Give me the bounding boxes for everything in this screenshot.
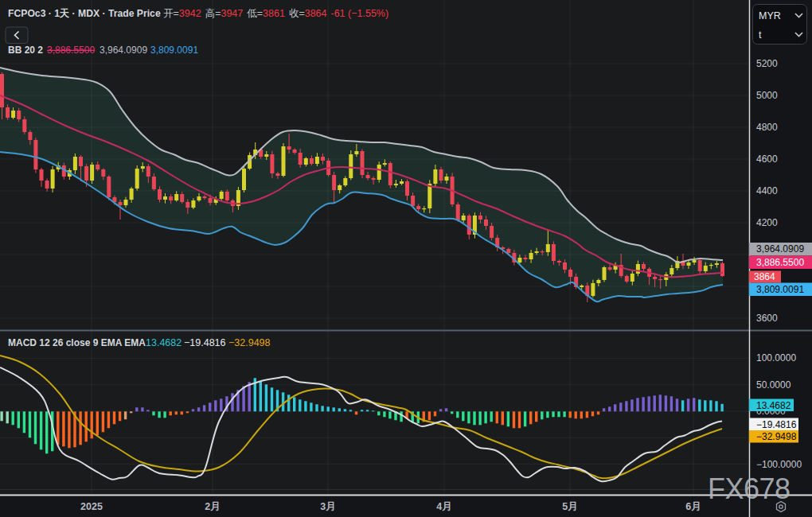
svg-text:−19.4816: −19.4816	[184, 337, 226, 348]
svg-text:4400: 4400	[756, 185, 778, 196]
svg-text:t: t	[759, 29, 762, 41]
svg-text:3,886.5500: 3,886.5500	[756, 257, 804, 268]
svg-text:50.0000: 50.0000	[756, 379, 791, 391]
svg-text:3月: 3月	[320, 501, 335, 512]
svg-text:MYR: MYR	[759, 10, 781, 21]
svg-text:4月: 4月	[436, 501, 451, 512]
svg-text:3600: 3600	[756, 313, 778, 324]
svg-text:3,964.0909: 3,964.0909	[756, 243, 804, 255]
svg-text:13.4682: 13.4682	[756, 400, 791, 411]
svg-text:100.0000: 100.0000	[756, 352, 796, 363]
svg-text:3,886.5500: 3,886.5500	[47, 45, 95, 56]
svg-text:3,809.0091: 3,809.0091	[150, 45, 198, 56]
svg-text:3,964.0909: 3,964.0909	[100, 45, 147, 56]
svg-text:MACD 12 26 close 9 EMA EMA: MACD 12 26 close 9 EMA EMA	[8, 337, 146, 348]
svg-text:−32.9498: −32.9498	[228, 337, 271, 348]
svg-text:BB 20 2: BB 20 2	[8, 45, 43, 56]
svg-text:2025: 2025	[80, 501, 103, 512]
svg-text:4800: 4800	[756, 122, 778, 133]
svg-text:5月: 5月	[562, 501, 577, 512]
svg-text:−32.9498: −32.9498	[756, 431, 797, 442]
svg-text:2月: 2月	[205, 501, 220, 512]
svg-text:4600: 4600	[756, 154, 778, 165]
svg-text:开=3942高=3947低=3861收=3864-61 (−: 开=3942高=3947低=3861收=3864-61 (−1.55%)	[163, 8, 388, 19]
svg-text:3,809.0091: 3,809.0091	[756, 284, 804, 295]
svg-text:FX678: FX678	[708, 472, 791, 505]
svg-text:−100.0000: −100.0000	[756, 459, 802, 470]
svg-text:−19.4816: −19.4816	[756, 419, 797, 430]
svg-text:4200: 4200	[756, 217, 778, 228]
svg-text:5000: 5000	[756, 90, 778, 101]
svg-text:3864: 3864	[754, 271, 775, 282]
svg-text:FCPOc3 · 1天 · MDX · Trade Pric: FCPOc3 · 1天 · MDX · Trade Price	[8, 8, 161, 19]
svg-text:13.4682: 13.4682	[146, 337, 182, 348]
svg-text:5200: 5200	[756, 58, 778, 69]
svg-text:6月: 6月	[685, 501, 701, 512]
